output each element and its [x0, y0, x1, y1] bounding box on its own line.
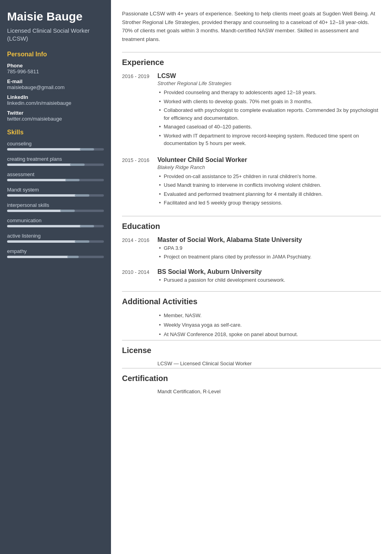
candidate-title: Licensed Clinical Social Worker (LCSW) [7, 27, 104, 42]
entry-date: 2010 - 2014 [122, 268, 157, 285]
license-text: LCSW — Licensed Clinical Social Worker [157, 361, 381, 366]
skill-name: assessment [7, 171, 104, 177]
skill-bar-fill [7, 240, 85, 243]
experience-entries: 2016 - 2019LCSWStrother Regional Life St… [122, 73, 381, 208]
experience-divider [122, 52, 381, 52]
skill-bar-accent [80, 225, 94, 227]
entry-job-title: LCSW [157, 73, 381, 80]
activities-divider [122, 291, 381, 292]
entry-date: 2016 - 2019 [122, 73, 157, 149]
skill-bar [7, 225, 104, 227]
skill-bar-fill [7, 256, 77, 258]
experience-section-title: Experience [122, 58, 381, 67]
bullet-item: Pursued a passion for child development … [157, 276, 381, 284]
skill-bar-accent [75, 194, 89, 197]
entry-company: Strother Regional Life Strategies [157, 80, 381, 86]
phone-label: Phone [7, 63, 104, 69]
education-section-title: Education [122, 222, 381, 231]
skill-bar-accent [65, 179, 80, 181]
twitter-label: Twitter [7, 110, 104, 116]
entry-bullets: Provided counseling and therapy to adole… [157, 89, 381, 147]
certification-text: Mandt Certification, R-Level [157, 389, 381, 394]
education-entries: 2014 - 2016Master of Social Work, Alabam… [122, 236, 381, 285]
skill-name: active listening [7, 233, 104, 239]
skill-bar-fill [7, 225, 89, 227]
skill-bar [7, 256, 104, 258]
skill-name: communication [7, 218, 104, 223]
bullet-item: Project on treatment plans cited by prof… [157, 253, 381, 261]
bullet-item: Collaborated with psychologist to comple… [157, 106, 381, 122]
twitter-item: Twitter twitter.com/maisiebauge [7, 110, 104, 122]
skill-item: Mandt system [7, 187, 104, 197]
entry-degree-title: BS Social Work, Auburn University [157, 268, 381, 275]
skills-list: counselingcreating treatment plansassess… [7, 141, 104, 258]
certification-divider [122, 368, 381, 368]
linkedin-value: linkedin.com/in/maisiebauge [7, 100, 104, 106]
candidate-name: Maisie Bauge [7, 9, 104, 24]
skill-name: interpersonal skills [7, 202, 104, 208]
bullet-item: Managed caseload of 40–120 patients. [157, 123, 381, 131]
linkedin-label: LinkedIn [7, 94, 104, 100]
skill-bar [7, 164, 104, 166]
email-label: E-mail [7, 78, 104, 84]
entry-date: 2014 - 2016 [122, 236, 157, 262]
sidebar: Maisie Bauge Licensed Clinical Social Wo… [0, 0, 111, 554]
activity-item: Member, NASW. [157, 312, 381, 320]
entry-bullets: Pursued a passion for child development … [157, 276, 381, 284]
experience-entry: 2015 - 2016Volunteer Child Social Worker… [122, 156, 381, 208]
certification-section-title: Certification [122, 374, 381, 383]
skill-bar-fill [7, 148, 89, 151]
skill-bar-fill [7, 179, 75, 181]
entry-body: BS Social Work, Auburn UniversityPursued… [157, 268, 381, 285]
bullet-item: Worked with IT department to improve rec… [157, 132, 381, 147]
bullet-item: Evaluated and performed treatment planni… [157, 190, 381, 198]
skill-name: empathy [7, 248, 104, 254]
entry-body: LCSWStrother Regional Life StrategiesPro… [157, 73, 381, 149]
personal-info-heading: Personal Info [7, 51, 104, 58]
skill-bar [7, 194, 104, 197]
skill-item: communication [7, 218, 104, 227]
education-divider [122, 216, 381, 216]
phone-value: 785-996-5811 [7, 69, 104, 74]
activities-section-title: Additional Activities [122, 297, 381, 306]
activities-list: Member, NASW.Weekly Vinyasa yoga as self… [157, 312, 381, 338]
activity-item: At NASW Conference 2018, spoke on panel … [157, 331, 381, 339]
skill-item: active listening [7, 233, 104, 243]
skill-bar-accent [80, 148, 94, 151]
skills-heading: Skills [7, 129, 104, 136]
skill-item: creating treatment plans [7, 156, 104, 166]
skill-item: empathy [7, 248, 104, 258]
skill-bar [7, 148, 104, 151]
entry-body: Master of Social Work, Alabama State Uni… [157, 236, 381, 262]
skill-item: counseling [7, 141, 104, 151]
experience-entry: 2016 - 2019LCSWStrother Regional Life St… [122, 73, 381, 149]
entry-degree-title: Master of Social Work, Alabama State Uni… [157, 236, 381, 244]
twitter-value: twitter.com/maisiebauge [7, 116, 104, 122]
linkedin-item: LinkedIn linkedin.com/in/maisiebauge [7, 94, 104, 106]
email-value: maisiebauge@gmail.com [7, 84, 104, 90]
entry-bullets: GPA 3.9Project on treatment plans cited … [157, 244, 381, 261]
bullet-item: Provided on-call assistance to 25+ child… [157, 173, 381, 180]
skill-bar [7, 240, 104, 243]
phone-item: Phone 785-996-5811 [7, 63, 104, 74]
bullet-item: Provided counseling and therapy to adole… [157, 89, 381, 97]
bullet-item: Worked with clients to develop goals. 70… [157, 98, 381, 106]
bullet-item: Used Mandt training to intervene in conf… [157, 181, 381, 189]
bullet-item: Facilitated and led 5 weekly group thera… [157, 199, 381, 207]
license-section-title: License [122, 346, 381, 355]
skill-bar-accent [70, 164, 85, 166]
activity-item: Weekly Vinyasa yoga as self-care. [157, 321, 381, 329]
license-divider [122, 340, 381, 340]
skill-bar-accent [60, 210, 75, 212]
skill-bar [7, 210, 104, 212]
entry-body: Volunteer Child Social WorkerBlakely Rid… [157, 156, 381, 208]
entry-bullets: Provided on-call assistance to 25+ child… [157, 173, 381, 207]
entry-company: Blakely Ridge Ranch [157, 164, 381, 170]
bullet-item: GPA 3.9 [157, 244, 381, 252]
main-content: Passionate LCSW with 4+ years of experie… [111, 0, 392, 554]
skill-bar-accent [75, 240, 89, 243]
education-entry: 2010 - 2014BS Social Work, Auburn Univer… [122, 268, 381, 285]
summary-text: Passionate LCSW with 4+ years of experie… [122, 9, 381, 43]
skill-name: Mandt system [7, 187, 104, 193]
skill-bar-fill [7, 194, 85, 197]
